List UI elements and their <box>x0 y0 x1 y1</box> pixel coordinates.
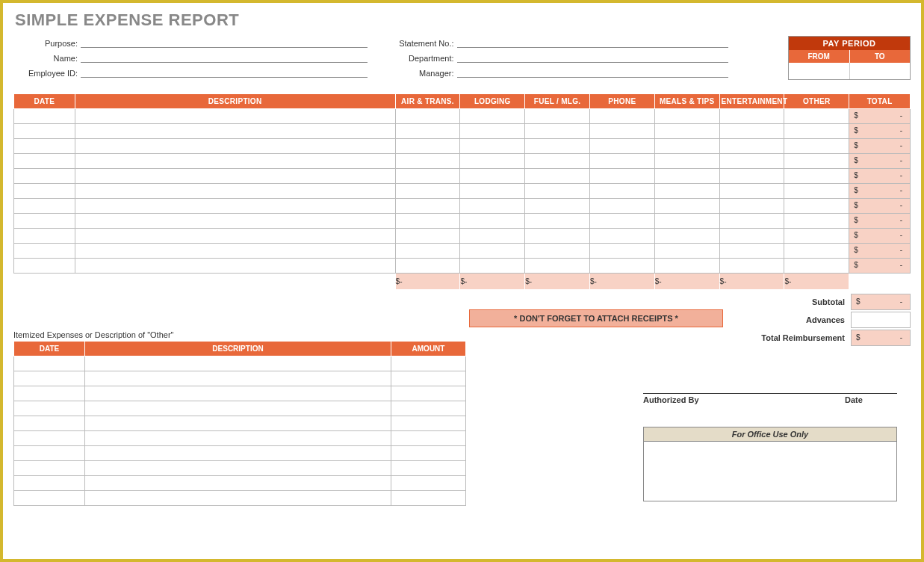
expense-cell[interactable] <box>395 184 460 199</box>
expense-cell[interactable] <box>719 214 784 229</box>
expense-cell[interactable] <box>654 139 719 154</box>
expense-cell[interactable] <box>719 229 784 244</box>
expense-cell[interactable] <box>784 229 849 244</box>
itemized-cell[interactable] <box>85 461 391 476</box>
itemized-cell[interactable] <box>14 461 85 476</box>
expense-cell[interactable] <box>590 199 655 214</box>
expense-cell[interactable] <box>654 184 719 199</box>
expense-cell[interactable] <box>654 124 719 139</box>
itemized-cell[interactable] <box>391 476 466 491</box>
expense-cell[interactable] <box>654 214 719 229</box>
expense-cell[interactable] <box>719 139 784 154</box>
expense-cell[interactable] <box>654 259 719 274</box>
expense-cell[interactable] <box>590 244 655 259</box>
expense-cell[interactable] <box>590 109 655 124</box>
expense-cell[interactable] <box>784 244 849 259</box>
expense-cell[interactable] <box>14 109 75 124</box>
expense-cell[interactable] <box>525 244 590 259</box>
expense-cell[interactable] <box>460 184 525 199</box>
itemized-cell[interactable] <box>14 431 85 446</box>
itemized-cell[interactable] <box>391 491 466 506</box>
expense-cell[interactable] <box>719 199 784 214</box>
input-purpose[interactable] <box>81 36 368 48</box>
expense-cell[interactable] <box>395 109 460 124</box>
expense-cell[interactable] <box>590 229 655 244</box>
expense-cell[interactable] <box>460 259 525 274</box>
expense-cell[interactable] <box>525 229 590 244</box>
expense-cell[interactable] <box>719 109 784 124</box>
pay-period-from[interactable] <box>789 63 850 79</box>
expense-cell[interactable] <box>460 154 525 169</box>
itemized-cell[interactable] <box>391 386 466 401</box>
expense-cell[interactable] <box>525 214 590 229</box>
expense-cell[interactable] <box>525 154 590 169</box>
expense-cell[interactable] <box>460 139 525 154</box>
expense-cell[interactable] <box>75 184 395 199</box>
expense-cell[interactable] <box>719 259 784 274</box>
itemized-cell[interactable] <box>85 416 391 431</box>
expense-cell[interactable] <box>719 124 784 139</box>
expense-cell[interactable] <box>395 244 460 259</box>
expense-cell[interactable] <box>525 124 590 139</box>
expense-cell[interactable] <box>784 139 849 154</box>
expense-cell[interactable] <box>590 184 655 199</box>
expense-cell[interactable] <box>654 229 719 244</box>
expense-cell[interactable] <box>460 229 525 244</box>
expense-cell[interactable] <box>784 214 849 229</box>
expense-cell[interactable] <box>784 109 849 124</box>
expense-cell[interactable] <box>75 214 395 229</box>
expense-cell[interactable] <box>395 214 460 229</box>
expense-cell[interactable] <box>75 109 395 124</box>
expense-cell[interactable] <box>460 124 525 139</box>
expense-cell[interactable] <box>75 259 395 274</box>
itemized-cell[interactable] <box>14 401 85 416</box>
expense-cell[interactable] <box>654 169 719 184</box>
expense-cell[interactable] <box>525 169 590 184</box>
itemized-cell[interactable] <box>85 356 391 371</box>
expense-cell[interactable] <box>460 169 525 184</box>
itemized-cell[interactable] <box>391 461 466 476</box>
expense-cell[interactable] <box>525 184 590 199</box>
expense-cell[interactable] <box>654 109 719 124</box>
expense-cell[interactable] <box>784 124 849 139</box>
expense-cell[interactable] <box>719 244 784 259</box>
expense-cell[interactable] <box>14 139 75 154</box>
expense-cell[interactable] <box>75 229 395 244</box>
expense-cell[interactable] <box>525 259 590 274</box>
expense-cell[interactable] <box>14 184 75 199</box>
input-name[interactable] <box>81 51 368 63</box>
expense-cell[interactable] <box>75 199 395 214</box>
expense-cell[interactable] <box>14 229 75 244</box>
input-manager[interactable] <box>457 66 729 78</box>
expense-cell[interactable] <box>784 169 849 184</box>
expense-cell[interactable] <box>525 139 590 154</box>
itemized-cell[interactable] <box>85 431 391 446</box>
expense-cell[interactable] <box>395 139 460 154</box>
expense-cell[interactable] <box>784 184 849 199</box>
itemized-cell[interactable] <box>14 386 85 401</box>
expense-cell[interactable] <box>590 154 655 169</box>
input-department[interactable] <box>457 51 729 63</box>
itemized-cell[interactable] <box>85 401 391 416</box>
itemized-cell[interactable] <box>391 401 466 416</box>
itemized-cell[interactable] <box>391 446 466 461</box>
expense-cell[interactable] <box>590 139 655 154</box>
expense-cell[interactable] <box>395 259 460 274</box>
expense-cell[interactable] <box>590 124 655 139</box>
expense-cell[interactable] <box>14 169 75 184</box>
expense-cell[interactable] <box>719 154 784 169</box>
expense-cell[interactable] <box>719 184 784 199</box>
itemized-cell[interactable] <box>391 416 466 431</box>
itemized-cell[interactable] <box>85 491 391 506</box>
expense-cell[interactable] <box>14 214 75 229</box>
expense-cell[interactable] <box>75 169 395 184</box>
advances-value[interactable] <box>851 312 911 328</box>
expense-cell[interactable] <box>590 169 655 184</box>
expense-cell[interactable] <box>719 169 784 184</box>
input-employee-id[interactable] <box>81 66 368 78</box>
expense-cell[interactable] <box>784 259 849 274</box>
expense-cell[interactable] <box>654 244 719 259</box>
expense-cell[interactable] <box>525 199 590 214</box>
expense-cell[interactable] <box>14 244 75 259</box>
input-statement-no[interactable] <box>457 36 729 48</box>
